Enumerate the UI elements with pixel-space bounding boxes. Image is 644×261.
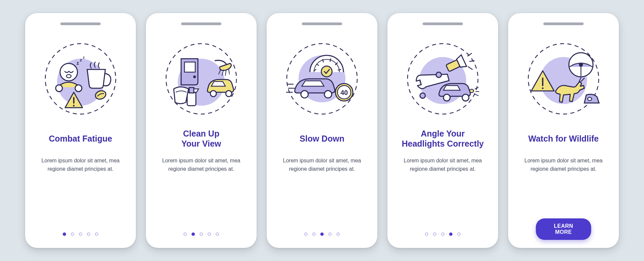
pagination-dot[interactable] bbox=[79, 232, 82, 236]
pagination-dot[interactable] bbox=[183, 232, 187, 236]
svg-point-50 bbox=[462, 94, 469, 101]
svg-point-49 bbox=[443, 94, 450, 101]
slow-down-illustration: 40 bbox=[282, 39, 362, 119]
onboarding-screen-combat-fatigue: z z z Combat Fatigue Lorem ip bbox=[25, 13, 136, 248]
pagination-dot[interactable] bbox=[336, 232, 340, 236]
pagination-dot[interactable] bbox=[457, 232, 461, 236]
svg-rect-22 bbox=[187, 92, 196, 106]
onboarding-carousel: z z z Combat Fatigue Lorem ip bbox=[15, 3, 629, 258]
svg-text:z: z bbox=[76, 60, 79, 66]
svg-point-47 bbox=[420, 93, 425, 98]
svg-point-20 bbox=[210, 91, 216, 97]
phone-notch bbox=[543, 22, 584, 25]
pagination-dot[interactable] bbox=[95, 232, 98, 236]
svg-point-62 bbox=[588, 97, 592, 101]
pagination-dot[interactable] bbox=[208, 232, 211, 236]
onboarding-title: Combat Fatigue bbox=[49, 128, 112, 149]
svg-rect-14 bbox=[184, 62, 195, 72]
pagination-dot[interactable] bbox=[425, 232, 428, 236]
onboarding-screen-clean-up-view: Clean Up Your View Lorem ipsum dolor sit… bbox=[146, 13, 257, 248]
svg-line-18 bbox=[225, 70, 226, 75]
phone-notch bbox=[181, 22, 221, 25]
pagination-dots bbox=[387, 232, 498, 236]
onboarding-title: Clean Up Your View bbox=[181, 128, 221, 149]
pagination-dot[interactable] bbox=[328, 232, 332, 236]
svg-line-54 bbox=[475, 94, 478, 96]
onboarding-body: Lorem ipsum dolor sit amet, mea regione … bbox=[519, 157, 608, 173]
onboarding-screen-angle-headlights: Angle Your Headlights Correctly Lorem ip… bbox=[387, 13, 498, 248]
pagination-dot[interactable] bbox=[441, 232, 444, 236]
pagination-dot[interactable] bbox=[216, 232, 219, 236]
combat-fatigue-illustration: z z z bbox=[40, 39, 121, 119]
onboarding-body: Lorem ipsum dolor sit amet, mea regione … bbox=[277, 157, 367, 173]
svg-rect-23 bbox=[189, 88, 194, 93]
phone-notch bbox=[60, 22, 101, 25]
phone-notch bbox=[423, 22, 463, 25]
svg-point-34 bbox=[324, 91, 332, 98]
svg-line-46 bbox=[468, 67, 472, 69]
onboarding-title: Angle Your Headlights Correctly bbox=[402, 128, 484, 149]
svg-point-33 bbox=[301, 91, 308, 98]
pagination-dot[interactable] bbox=[433, 232, 436, 236]
svg-point-61 bbox=[542, 88, 544, 89]
svg-point-3 bbox=[66, 74, 71, 78]
pagination-dot[interactable] bbox=[312, 232, 316, 236]
svg-text:40: 40 bbox=[340, 89, 348, 96]
pagination-dots bbox=[267, 232, 377, 236]
phone-notch bbox=[302, 22, 342, 25]
svg-point-8 bbox=[75, 85, 82, 92]
svg-text:z: z bbox=[83, 55, 85, 59]
pagination-dot[interactable] bbox=[449, 232, 452, 236]
watch-wildlife-illustration bbox=[523, 39, 604, 119]
svg-point-51 bbox=[470, 89, 474, 93]
pagination-dot[interactable] bbox=[200, 232, 203, 236]
pagination-dot[interactable] bbox=[87, 232, 90, 236]
learn-more-button[interactable]: LEARN MORE bbox=[536, 218, 591, 240]
pagination-dots bbox=[146, 232, 257, 236]
clean-up-view-illustration bbox=[161, 39, 241, 119]
pagination-dot[interactable] bbox=[71, 232, 74, 236]
svg-point-32 bbox=[321, 66, 332, 77]
pagination-dot[interactable] bbox=[320, 232, 324, 236]
onboarding-body: Lorem ipsum dolor sit amet, mea regione … bbox=[36, 157, 125, 173]
svg-point-48 bbox=[436, 72, 441, 77]
onboarding-title: Slow Down bbox=[300, 128, 344, 149]
svg-point-21 bbox=[226, 91, 232, 97]
onboarding-body: Lorem ipsum dolor sit amet, mea regione … bbox=[398, 157, 487, 173]
svg-point-7 bbox=[56, 85, 62, 92]
pagination-dot[interactable] bbox=[63, 232, 66, 236]
svg-line-19 bbox=[229, 69, 229, 74]
svg-point-15 bbox=[193, 75, 196, 78]
pagination-dot[interactable] bbox=[192, 232, 195, 236]
pagination-dots bbox=[25, 232, 136, 236]
svg-point-11 bbox=[73, 105, 75, 107]
pagination-dot[interactable] bbox=[304, 232, 308, 236]
svg-text:z: z bbox=[80, 57, 82, 62]
angle-headlights-illustration bbox=[402, 39, 483, 119]
svg-point-59 bbox=[579, 63, 583, 67]
onboarding-screen-watch-wildlife: Watch for Wildlife Lorem ipsum dolor sit… bbox=[508, 13, 619, 248]
onboarding-title: Watch for Wildlife bbox=[528, 128, 599, 149]
onboarding-body: Lorem ipsum dolor sit amet, mea regione … bbox=[157, 157, 246, 173]
onboarding-screen-slow-down: 40 Slow Down Lorem ipsum dolor sit amet,… bbox=[267, 13, 377, 248]
